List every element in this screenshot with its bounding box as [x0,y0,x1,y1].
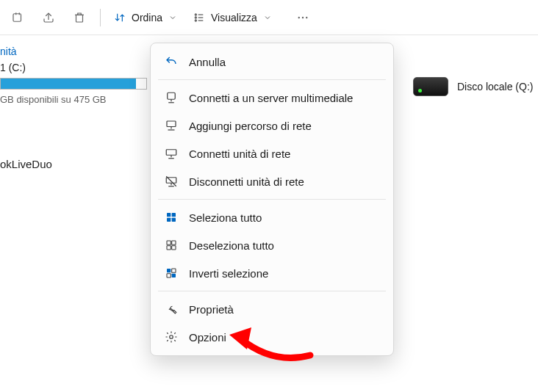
share-button[interactable] [34,3,63,32]
sort-button[interactable]: Ordina [107,3,184,32]
chevron-down-icon [168,13,177,22]
svg-rect-14 [167,218,171,222]
menu-connect-media-server[interactable]: Connetti a un server multimediale [151,84,393,112]
menu-options[interactable]: Opzioni [151,323,393,351]
menu-deselect-all-label: Deseleziona tutto [189,239,274,252]
disk-icon [413,77,448,96]
svg-rect-0 [13,13,21,21]
menu-invert-selection[interactable]: Inverti selezione [151,259,393,287]
view-button[interactable]: Visualizza [186,3,279,32]
svg-rect-18 [167,246,171,250]
svg-rect-19 [172,246,176,250]
menu-connect-media-label: Connetti a un server multimediale [189,92,353,104]
svg-point-3 [195,16,196,18]
menu-properties-label: Proprietà [189,303,234,316]
svg-rect-8 [168,92,176,99]
svg-point-7 [306,16,307,18]
menu-separator [158,79,386,80]
ellipsis-icon [296,11,309,24]
gear-icon [164,330,179,344]
chevron-down-icon [263,13,272,22]
menu-disconnect-network-drive[interactable]: Disconnetti unità di rete [151,167,393,195]
invert-selection-icon [164,266,179,280]
context-menu: Annulla Connetti a un server multimedial… [150,43,394,356]
svg-rect-17 [172,241,176,244]
drive-c-label: 1 (C:) [0,62,147,73]
svg-point-4 [195,19,196,21]
menu-properties[interactable]: Proprietà [151,295,393,323]
rename-button[interactable] [3,3,32,32]
menu-select-all-label: Seleziona tutto [189,211,262,224]
svg-rect-13 [172,213,176,217]
more-button[interactable] [288,3,318,32]
menu-undo[interactable]: Annulla [151,48,393,76]
menu-options-label: Opzioni [189,331,226,344]
menu-map-drive-label: Connetti unità di rete [189,148,290,160]
drive-c-subtext: GB disponibili su 475 GB [0,94,147,105]
media-server-icon [164,90,179,105]
svg-rect-12 [167,213,171,217]
svg-point-24 [170,335,173,339]
delete-button[interactable] [65,3,94,32]
drive-q[interactable]: Disco locale (Q:) [413,77,533,96]
drive-q-label: Disco locale (Q:) [457,81,533,92]
view-label: Visualizza [211,12,257,23]
add-network-icon [164,118,179,133]
wrench-icon [164,302,179,316]
menu-separator [158,291,386,291]
disconnect-drive-icon [164,174,179,189]
svg-rect-22 [167,274,171,277]
drive-c[interactable]: 1 (C:) GB disponibili su 475 GB [0,62,147,105]
svg-rect-21 [172,269,176,272]
map-drive-icon [164,146,179,161]
svg-rect-1 [76,15,83,22]
toolbar: Ordina Visualizza [0,0,538,35]
menu-separator [158,199,386,200]
select-all-icon [164,210,179,225]
menu-disconnect-drive-label: Disconnetti unità di rete [189,175,304,188]
svg-rect-15 [172,218,176,222]
svg-point-2 [195,13,196,15]
menu-undo-label: Annulla [189,56,226,68]
deselect-all-icon [164,238,179,253]
svg-rect-23 [172,274,176,277]
svg-point-5 [298,16,299,18]
menu-select-all[interactable]: Seleziona tutto [151,203,393,231]
menu-add-network-path[interactable]: Aggiungi percorso di rete [151,112,393,139]
undo-icon [164,54,179,69]
drive-c-usage-bar [0,78,147,90]
svg-point-6 [302,16,304,18]
menu-deselect-all[interactable]: Deseleziona tutto [151,231,393,259]
sort-label: Ordina [132,12,162,23]
toolbar-separator [100,9,101,26]
svg-rect-9 [167,121,176,127]
drive-c-usage-fill [1,79,136,89]
svg-rect-20 [167,269,171,272]
menu-invert-selection-label: Inverti selezione [189,267,268,280]
svg-rect-10 [166,150,176,156]
menu-map-network-drive[interactable]: Connetti unità di rete [151,139,393,167]
svg-rect-16 [167,241,171,244]
menu-add-network-label: Aggiungi percorso di rete [189,120,312,132]
